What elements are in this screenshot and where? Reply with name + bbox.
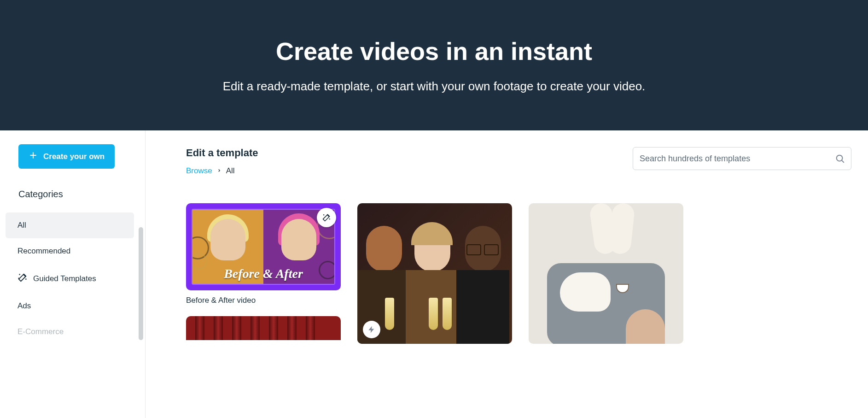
breadcrumb-root-link[interactable]: Browse [186,166,212,176]
magic-wand-icon [17,272,28,285]
categories-heading: Categories [18,189,134,200]
svg-point-8 [329,219,330,219]
template-title: Before & After video [186,296,341,305]
template-card-before-after[interactable]: Before & After Before & After video [186,203,341,305]
template-card-partial[interactable] [186,316,341,340]
breadcrumb-current: All [226,166,235,176]
template-thumbnail [529,203,683,344]
category-item-ecommerce[interactable]: E-Commerce [6,319,134,336]
template-card-relax[interactable] [529,203,683,344]
create-your-own-button[interactable]: Create your own [18,144,115,169]
bolt-badge-icon [363,321,380,338]
template-overlay-text: Before & After [192,266,334,281]
svg-line-6 [842,160,844,162]
sidebar-scrollbar-thumb[interactable] [139,227,143,340]
template-thumbnail [357,203,512,344]
svg-point-2 [19,274,20,275]
category-item-ads[interactable]: Ads [6,293,134,319]
create-button-label: Create your own [43,152,105,161]
svg-point-7 [324,215,324,215]
search-wrapper [633,147,851,170]
template-thumbnail: Before & After [186,203,341,290]
svg-point-3 [26,279,26,279]
category-item-all[interactable]: All [6,212,134,238]
category-item-recommended[interactable]: Recommended [6,238,134,264]
hero-subtitle: Edit a ready-made template, or start wit… [223,79,646,94]
section-title: Edit a template [186,147,258,159]
template-card-party[interactable] [357,203,512,344]
hero-title: Create videos in an instant [276,37,592,65]
search-icon [835,153,845,164]
hero-banner: Create videos in an instant Edit a ready… [0,0,868,130]
template-grid: Before & After Before & After video [186,203,851,344]
chevron-right-icon [217,166,221,176]
category-item-guided-templates[interactable]: Guided Templates [6,264,134,293]
search-input[interactable] [633,147,851,170]
sidebar: Create your own Categories All Recommend… [0,130,146,418]
category-list: All Recommended Guided Templates Ads E-C… [6,212,134,336]
breadcrumb: Browse All [186,166,258,176]
plus-icon [29,151,38,162]
magic-wand-badge-icon [317,208,336,227]
main-content: Edit a template Browse All [146,130,868,418]
svg-point-4 [18,278,19,278]
